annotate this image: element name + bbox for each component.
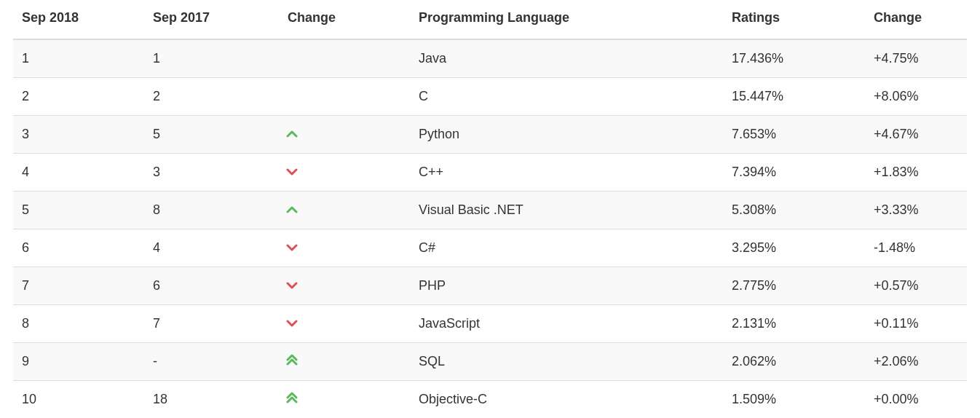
table-row: 11Java17.436%+4.75% — [13, 39, 967, 78]
cell-language: C — [410, 78, 723, 116]
table-row: 43C++7.394%+1.83% — [13, 154, 967, 192]
chevron-down-icon — [286, 281, 298, 290]
cell-trend — [279, 229, 410, 267]
cell-delta: +8.06% — [865, 78, 967, 116]
cell-ratings: 3.295% — [723, 229, 865, 267]
table-row: 22C15.447%+8.06% — [13, 78, 967, 116]
table-row: 87JavaScript2.131%+0.11% — [13, 305, 967, 343]
double-chevron-up-icon — [286, 354, 298, 366]
cell-delta: +0.11% — [865, 305, 967, 343]
cell-delta: +4.67% — [865, 116, 967, 154]
cell-language: C++ — [410, 154, 723, 192]
cell-rank-2018: 9 — [13, 343, 144, 381]
table-header-row: Sep 2018 Sep 2017 Change Programming Lan… — [13, 0, 967, 39]
cell-rank-2017: 6 — [144, 267, 279, 305]
chevron-up-icon — [286, 205, 298, 214]
cell-language: Java — [410, 39, 723, 78]
cell-ratings: 7.394% — [723, 154, 865, 192]
cell-language: Objective-C — [410, 381, 723, 419]
cell-trend — [279, 267, 410, 305]
col-language: Programming Language — [410, 0, 723, 39]
cell-trend — [279, 154, 410, 192]
cell-delta: +1.83% — [865, 154, 967, 192]
cell-delta: +4.75% — [865, 39, 967, 78]
cell-ratings: 2.131% — [723, 305, 865, 343]
cell-delta: -1.48% — [865, 229, 967, 267]
cell-trend — [279, 39, 410, 78]
col-change-trend: Change — [279, 0, 410, 39]
cell-ratings: 2.775% — [723, 267, 865, 305]
cell-trend — [279, 305, 410, 343]
cell-rank-2018: 1 — [13, 39, 144, 78]
col-sep-2018: Sep 2018 — [13, 0, 144, 39]
cell-rank-2018: 6 — [13, 229, 144, 267]
table-row: 76PHP2.775%+0.57% — [13, 267, 967, 305]
col-ratings: Ratings — [723, 0, 865, 39]
table-row: 9-SQL2.062%+2.06% — [13, 343, 967, 381]
table-row: 58Visual Basic .NET5.308%+3.33% — [13, 192, 967, 229]
cell-ratings: 2.062% — [723, 343, 865, 381]
cell-rank-2017: 2 — [144, 78, 279, 116]
col-sep-2017: Sep 2017 — [144, 0, 279, 39]
table-row: 35Python7.653%+4.67% — [13, 116, 967, 154]
chevron-down-icon — [286, 319, 298, 328]
cell-trend — [279, 381, 410, 419]
cell-rank-2017: 4 — [144, 229, 279, 267]
cell-trend — [279, 78, 410, 116]
cell-rank-2017: 5 — [144, 116, 279, 154]
cell-language: Visual Basic .NET — [410, 192, 723, 229]
cell-rank-2018: 7 — [13, 267, 144, 305]
cell-delta: +3.33% — [865, 192, 967, 229]
cell-ratings: 1.509% — [723, 381, 865, 419]
cell-rank-2017: 8 — [144, 192, 279, 229]
cell-rank-2017: 18 — [144, 381, 279, 419]
table-row: 64C#3.295%-1.48% — [13, 229, 967, 267]
cell-rank-2017: 1 — [144, 39, 279, 78]
cell-ratings: 7.653% — [723, 116, 865, 154]
table-row: 1018Objective-C1.509%+0.00% — [13, 381, 967, 419]
tiobe-index-table: Sep 2018 Sep 2017 Change Programming Lan… — [13, 0, 967, 418]
cell-rank-2018: 5 — [13, 192, 144, 229]
cell-rank-2017: - — [144, 343, 279, 381]
chevron-down-icon — [286, 243, 298, 252]
cell-rank-2018: 10 — [13, 381, 144, 419]
cell-rank-2018: 8 — [13, 305, 144, 343]
cell-trend — [279, 192, 410, 229]
cell-rank-2018: 2 — [13, 78, 144, 116]
cell-language: SQL — [410, 343, 723, 381]
cell-language: C# — [410, 229, 723, 267]
cell-ratings: 17.436% — [723, 39, 865, 78]
double-chevron-up-icon — [286, 392, 298, 403]
cell-language: JavaScript — [410, 305, 723, 343]
cell-trend — [279, 343, 410, 381]
chevron-up-icon — [286, 130, 298, 138]
col-change-delta: Change — [865, 0, 967, 39]
cell-ratings: 15.447% — [723, 78, 865, 116]
cell-language: Python — [410, 116, 723, 154]
cell-trend — [279, 116, 410, 154]
cell-delta: +0.57% — [865, 267, 967, 305]
cell-rank-2017: 7 — [144, 305, 279, 343]
cell-delta: +2.06% — [865, 343, 967, 381]
cell-delta: +0.00% — [865, 381, 967, 419]
chevron-down-icon — [286, 167, 298, 176]
cell-rank-2018: 3 — [13, 116, 144, 154]
cell-language: PHP — [410, 267, 723, 305]
cell-rank-2018: 4 — [13, 154, 144, 192]
cell-rank-2017: 3 — [144, 154, 279, 192]
cell-ratings: 5.308% — [723, 192, 865, 229]
